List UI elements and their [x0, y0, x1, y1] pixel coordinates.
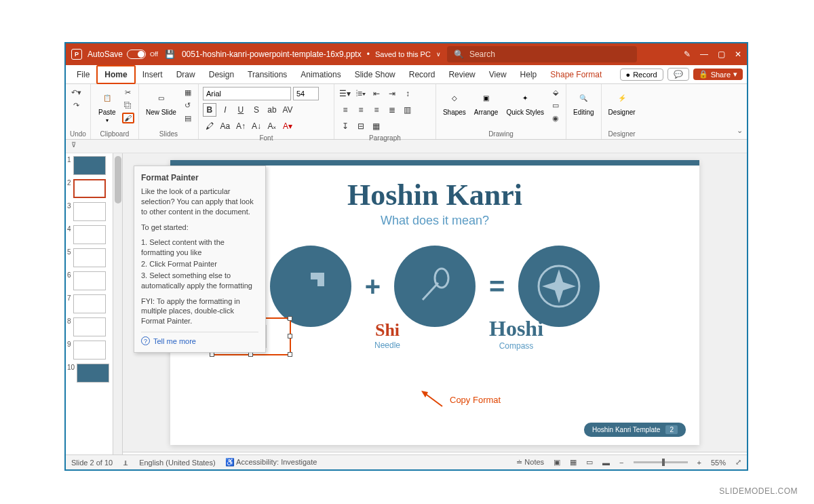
font-color-button[interactable]: A▾ [281, 119, 294, 133]
thumbnail-4[interactable]: 4 [67, 225, 111, 244]
record-button[interactable]: ● Record [620, 69, 663, 81]
align-text-button[interactable]: ⊟ [354, 119, 368, 133]
slideshow-view-icon[interactable]: ▬ [602, 459, 610, 467]
thumbnail-3[interactable]: 3 [67, 202, 111, 221]
paste-button[interactable]: 📋Paste▾ [95, 87, 119, 125]
tab-help[interactable]: Help [513, 66, 544, 83]
minimize-button[interactable]: ― [700, 50, 708, 59]
quick-styles-button[interactable]: ✦Quick Styles [503, 87, 547, 117]
columns-button[interactable]: ▥ [401, 103, 414, 117]
handle-ne[interactable] [288, 316, 292, 321]
comments-button[interactable]: 💬 [667, 68, 689, 81]
handle-se[interactable] [288, 352, 292, 357]
bold-button[interactable]: B [203, 103, 216, 117]
accessibility-label[interactable]: ♿ Accessibility: Investigate [225, 458, 317, 467]
new-slide-button[interactable]: ▭New Slide [143, 87, 179, 117]
align-right-button[interactable]: ≡ [370, 103, 383, 117]
filename-area[interactable]: 0051-hoshin-kanri-powerpoint-template-16… [182, 50, 441, 59]
thumbnail-8[interactable]: 8 [67, 317, 111, 336]
tab-review[interactable]: Review [442, 66, 482, 83]
thumbnail-6[interactable]: 6 [67, 271, 111, 290]
sorter-view-icon[interactable]: ▦ [570, 458, 577, 467]
tab-transitions[interactable]: Transitions [241, 66, 294, 83]
shapes-button[interactable]: ◇Shapes [440, 87, 469, 117]
clear-format-button[interactable]: Aₓ [265, 119, 279, 133]
tab-shape-format[interactable]: Shape Format [543, 66, 608, 83]
tab-home[interactable]: Home [96, 65, 135, 84]
highlight-button[interactable]: 🖍 [203, 119, 216, 133]
numbering-button[interactable]: ⦙≡▾ [354, 87, 368, 100]
strikethrough-button[interactable]: S [250, 103, 263, 117]
slide-counter[interactable]: Slide 2 of 10 [71, 459, 113, 467]
font-size-select[interactable] [293, 87, 319, 100]
copy-button[interactable]: ⿻ [122, 100, 134, 111]
maximize-button[interactable]: ▢ [718, 50, 725, 59]
shape-effects-button[interactable]: ◉ [549, 113, 562, 123]
fit-to-window-icon[interactable]: ⤢ [735, 458, 741, 467]
tab-view[interactable]: View [482, 66, 513, 83]
char-spacing-button[interactable]: AV [281, 103, 294, 117]
line-spacing-button[interactable]: ↕ [401, 87, 414, 100]
zoom-level[interactable]: 55% [711, 459, 726, 467]
handle-e[interactable] [288, 334, 292, 338]
format-painter-button[interactable]: 🖌 [122, 113, 134, 123]
font-name-select[interactable] [203, 87, 291, 100]
normal-view-icon[interactable]: ▣ [554, 458, 560, 467]
tab-design[interactable]: Design [202, 66, 241, 83]
ribbon-mode-icon[interactable]: ✎ [684, 50, 691, 59]
hoshi-label[interactable]: Hoshi [469, 316, 564, 341]
autosave-toggle[interactable]: AutoSave Off [88, 50, 158, 59]
tab-slideshow[interactable]: Slide Show [348, 66, 402, 83]
tab-animations[interactable]: Animations [294, 66, 347, 83]
undo-button[interactable]: ↶▾ [70, 87, 82, 98]
thumbnail-7[interactable]: 7 [67, 294, 111, 313]
thumbnail-scrollbar[interactable] [113, 153, 123, 454]
text-direction-button[interactable]: ↧ [338, 119, 352, 133]
needle-circle[interactable] [394, 246, 476, 327]
zoom-in-button[interactable]: + [697, 459, 701, 467]
spellcheck-icon[interactable]: ⫫ [122, 459, 130, 467]
thumbnail-10[interactable]: 10 [67, 364, 111, 383]
shi-label[interactable]: Shi [347, 320, 428, 341]
save-icon[interactable]: 💾 [165, 50, 175, 59]
align-left-button[interactable]: ≡ [338, 103, 352, 117]
zoom-slider[interactable] [634, 461, 688, 463]
thumbnail-1[interactable]: 1 [67, 156, 111, 175]
reset-button[interactable]: ↺ [182, 100, 194, 111]
toggle-switch[interactable] [127, 50, 146, 59]
reading-view-icon[interactable]: ▭ [586, 458, 593, 467]
collapse-ribbon-icon[interactable]: ⌄ [737, 126, 743, 135]
search-box[interactable]: 🔍 Search [447, 46, 637, 62]
redo-button[interactable]: ↷ [70, 100, 82, 111]
change-case-button[interactable]: Aa [218, 119, 232, 133]
shadow-button[interactable]: ab [265, 103, 279, 117]
tab-draw[interactable]: Draw [170, 66, 202, 83]
arrow-circle[interactable] [270, 246, 351, 327]
shape-fill-button[interactable]: ⬙ [549, 87, 562, 98]
grow-font-button[interactable]: A↑ [234, 119, 248, 133]
shape-outline-button[interactable]: ▭ [549, 100, 562, 111]
indent-inc-button[interactable]: ⇥ [385, 87, 399, 100]
bullets-button[interactable]: ☰▾ [338, 87, 352, 100]
compass-circle[interactable] [518, 246, 600, 327]
tab-record[interactable]: Record [402, 66, 442, 83]
section-button[interactable]: ▤ [182, 113, 194, 123]
shrink-font-button[interactable]: A↓ [250, 119, 263, 133]
zoom-out-button[interactable]: − [619, 459, 623, 467]
justify-button[interactable]: ≣ [385, 103, 399, 117]
align-center-button[interactable]: ≡ [354, 103, 368, 117]
slide-thumbnails[interactable]: 1 2 3 4 5 6 7 8 9 10 [66, 153, 113, 454]
editing-button[interactable]: 🔍Editing [570, 87, 597, 117]
close-button[interactable]: ✕ [735, 50, 741, 59]
underline-button[interactable]: U [234, 103, 248, 117]
tell-me-more-link[interactable]: ?Tell me more [141, 332, 258, 345]
cut-button[interactable]: ✂ [122, 87, 134, 98]
indent-dec-button[interactable]: ⇤ [370, 87, 383, 100]
arrange-button[interactable]: ▣Arrange [471, 87, 501, 117]
designer-button[interactable]: ⚡Designer [606, 87, 638, 117]
language-label[interactable]: English (United States) [139, 459, 216, 467]
thumbnail-2[interactable]: 2 [67, 179, 111, 198]
smartart-button[interactable]: ▦ [370, 119, 383, 133]
thumbnail-9[interactable]: 9 [67, 341, 111, 360]
share-button[interactable]: 🔒 Share ▾ [693, 69, 743, 80]
